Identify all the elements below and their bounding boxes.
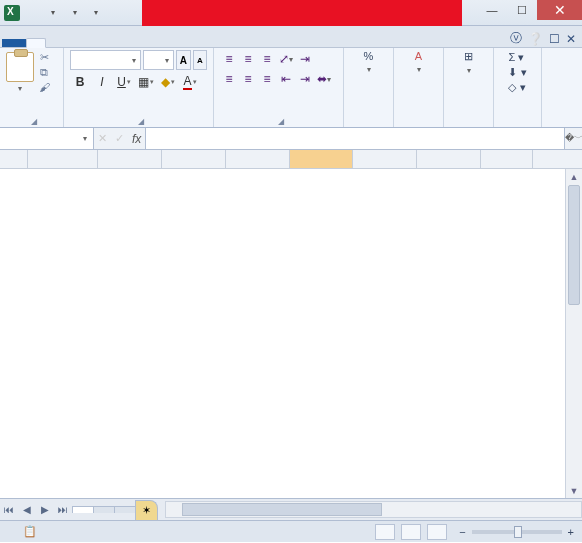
tab-page-layout[interactable] xyxy=(64,39,82,47)
sheet-nav-first[interactable]: ⏮ xyxy=(0,501,18,519)
zoom-slider[interactable] xyxy=(472,530,562,534)
scroll-thumb[interactable] xyxy=(568,185,580,305)
insert-function-button[interactable]: fx xyxy=(132,132,141,146)
ribbon-tabs: ⓥ ❔ ☐ ✕ xyxy=(0,26,582,48)
col-header-I[interactable] xyxy=(481,150,533,168)
border-button[interactable]: ▦▾ xyxy=(136,72,156,92)
sheet-tab-3[interactable] xyxy=(114,506,136,513)
col-header-H[interactable] xyxy=(417,150,481,168)
group-styles: A▾ xyxy=(394,48,444,127)
page-layout-view-button[interactable] xyxy=(401,524,421,540)
alignment-dialog-launcher[interactable]: ◢ xyxy=(278,117,284,126)
font-size-select[interactable]: ▾ xyxy=(143,50,175,70)
group-alignment: ≡ ≡ ≡ ⤢▾ ⇥ ≡ ≡ ≡ ⇤ ⇥ ⬌▾ ◢ xyxy=(214,48,344,127)
page-break-view-button[interactable] xyxy=(427,524,447,540)
underline-button[interactable]: U▾ xyxy=(114,72,134,92)
cancel-formula-button[interactable]: ✕ xyxy=(98,132,107,145)
excel-icon[interactable] xyxy=(4,5,20,21)
align-left-button[interactable]: ≡ xyxy=(220,70,238,88)
undo-button[interactable]: ▾ xyxy=(44,3,64,23)
paste-icon xyxy=(6,52,34,82)
align-right-button[interactable]: ≡ xyxy=(258,70,276,88)
col-header-D[interactable] xyxy=(162,150,226,168)
fill-button[interactable]: ⬇ ▾ xyxy=(508,65,526,80)
name-box[interactable]: ▾ xyxy=(0,128,94,149)
scroll-down-button[interactable]: ▼ xyxy=(566,483,582,498)
formula-input[interactable] xyxy=(145,128,564,149)
align-middle-button[interactable]: ≡ xyxy=(239,50,257,68)
redo-button[interactable]: ▾ xyxy=(66,3,86,23)
zoom-in-button[interactable]: + xyxy=(568,526,574,538)
tab-file[interactable] xyxy=(2,39,26,47)
tab-review[interactable] xyxy=(118,39,136,47)
col-header-G[interactable] xyxy=(353,150,417,168)
qat-customize[interactable]: ▾ xyxy=(86,3,106,23)
italic-button[interactable]: I xyxy=(92,72,112,92)
tab-insert[interactable] xyxy=(46,39,64,47)
font-dialog-launcher[interactable]: ◢ xyxy=(138,117,144,126)
format-painter-button[interactable]: 🖌 xyxy=(36,80,52,94)
col-header-E[interactable] xyxy=(226,150,290,168)
close-button[interactable]: ✕ xyxy=(537,0,582,20)
align-bottom-button[interactable]: ≡ xyxy=(258,50,276,68)
zoom-out-button[interactable]: − xyxy=(459,526,465,538)
minimize-button[interactable]: — xyxy=(477,0,507,20)
font-color-button[interactable]: A▾ xyxy=(180,72,200,92)
column-headers xyxy=(0,150,582,169)
scroll-up-button[interactable]: ▲ xyxy=(566,169,582,184)
horizontal-scrollbar[interactable] xyxy=(165,501,582,518)
sheet-nav-prev[interactable]: ◀ xyxy=(18,501,36,519)
tab-view[interactable] xyxy=(136,39,154,47)
tab-developer[interactable] xyxy=(154,39,172,47)
col-header-C[interactable] xyxy=(98,150,162,168)
number-format-button[interactable]: %▾ xyxy=(364,50,374,74)
window-restore-button[interactable]: ☐ xyxy=(549,32,560,46)
merge-button[interactable]: ⬌▾ xyxy=(315,70,333,88)
increase-indent-button[interactable]: ⇥ xyxy=(296,70,314,88)
decrease-indent-button[interactable]: ⇤ xyxy=(277,70,295,88)
quick-access-toolbar: ▾ ▾ ▾ xyxy=(0,3,110,23)
sheet-nav-last[interactable]: ⏭ xyxy=(54,501,72,519)
orientation-button[interactable]: ⤢▾ xyxy=(277,50,295,68)
expand-formula-bar-button[interactable]: �﹀ xyxy=(564,128,582,149)
align-top-button[interactable]: ≡ xyxy=(220,50,238,68)
autosum-button[interactable]: Σ ▾ xyxy=(508,50,526,65)
cells-button[interactable]: ⊞▾ xyxy=(464,50,473,75)
normal-view-button[interactable] xyxy=(375,524,395,540)
select-all-button[interactable] xyxy=(0,150,28,168)
sheet-nav-next[interactable]: ▶ xyxy=(36,501,54,519)
status-bar: 📋 − + xyxy=(0,520,582,542)
help-button[interactable]: ❔ xyxy=(528,32,543,46)
sheet-tab-1[interactable] xyxy=(72,506,94,513)
group-clipboard: ▾ ✂ ⧉ 🖌 ◢ xyxy=(0,48,64,127)
col-header-B[interactable] xyxy=(28,150,98,168)
bold-button[interactable]: B xyxy=(70,72,90,92)
tab-home[interactable] xyxy=(26,38,46,48)
cut-button[interactable]: ✂ xyxy=(36,50,52,64)
align-center-button[interactable]: ≡ xyxy=(239,70,257,88)
title-bar: ▾ ▾ ▾ — ☐ ✕ xyxy=(0,0,582,26)
fill-color-button[interactable]: ◆▾ xyxy=(158,72,178,92)
tab-data[interactable] xyxy=(100,39,118,47)
clipboard-dialog-launcher[interactable]: ◢ xyxy=(31,117,37,126)
minimize-ribbon-button[interactable]: ⓥ xyxy=(510,30,522,47)
new-sheet-button[interactable]: ✶ xyxy=(135,500,158,520)
col-header-F[interactable] xyxy=(290,150,353,168)
grid: ▲ ▼ xyxy=(0,150,582,498)
decrease-font-button[interactable]: A xyxy=(193,50,207,70)
clear-button[interactable]: ◇ ▾ xyxy=(508,80,526,95)
enter-formula-button[interactable]: ✓ xyxy=(115,132,124,145)
increase-font-button[interactable]: A xyxy=(176,50,190,70)
styles-button[interactable]: A▾ xyxy=(415,50,422,74)
workbook-close-button[interactable]: ✕ xyxy=(566,32,576,46)
wrap-text-button[interactable]: ⇥ xyxy=(296,50,314,68)
window-title xyxy=(142,0,462,26)
save-button[interactable] xyxy=(22,3,42,23)
sheet-tab-2[interactable] xyxy=(93,506,115,513)
tab-formulas[interactable] xyxy=(82,39,100,47)
maximize-button[interactable]: ☐ xyxy=(507,0,537,20)
copy-button[interactable]: ⧉ xyxy=(36,65,52,79)
font-name-select[interactable]: ▾ xyxy=(70,50,141,70)
vertical-scrollbar[interactable]: ▲ ▼ xyxy=(565,169,582,498)
paste-button[interactable]: ▾ xyxy=(6,50,34,94)
